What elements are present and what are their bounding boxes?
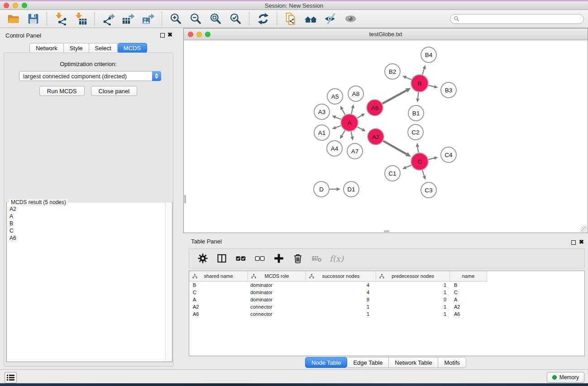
node-B4[interactable]: B4 bbox=[421, 47, 436, 62]
network-canvas[interactable]: B4B2BB3A5A8A6A3AB1A1A2C2A4A7CC4C1C3DD1 bbox=[184, 41, 587, 232]
minimize-window-button[interactable] bbox=[13, 3, 18, 8]
import-network-button[interactable] bbox=[52, 11, 69, 27]
edge-C-C3[interactable] bbox=[422, 170, 424, 176]
node-A7[interactable]: A7 bbox=[347, 143, 363, 159]
close-network-button[interactable] bbox=[188, 32, 193, 37]
export-image-button[interactable] bbox=[139, 11, 157, 27]
zoom-window-button[interactable] bbox=[22, 3, 27, 8]
table-row[interactable]: Adominator80A bbox=[189, 296, 584, 303]
edge-B-B4[interactable] bbox=[422, 69, 424, 75]
deselect-all-button[interactable] bbox=[253, 251, 267, 266]
node-C4[interactable]: C4 bbox=[441, 147, 456, 162]
table-row[interactable]: Cdominator41C bbox=[189, 289, 584, 296]
export-table-button[interactable] bbox=[120, 11, 137, 27]
tab-select[interactable]: Select bbox=[89, 43, 118, 53]
node-A[interactable]: A bbox=[341, 114, 358, 131]
close-panel-icon[interactable]: ✖ bbox=[167, 32, 172, 38]
node-A6[interactable]: A6 bbox=[367, 100, 383, 116]
tab-network-table[interactable]: Network Table bbox=[389, 357, 438, 368]
table-row[interactable]: Bdominator41B bbox=[189, 281, 584, 289]
node-C1[interactable]: C1 bbox=[385, 166, 400, 181]
first-neighbors-button[interactable] bbox=[302, 11, 319, 27]
save-session-button[interactable] bbox=[24, 11, 42, 27]
delete-table-button[interactable] bbox=[310, 251, 324, 266]
import-table-button[interactable] bbox=[72, 11, 89, 27]
column-header-successor-nodes[interactable]: successor nodes bbox=[306, 271, 376, 281]
column-browser-button[interactable] bbox=[215, 251, 229, 266]
node-A2[interactable]: A2 bbox=[368, 129, 384, 145]
node-A1[interactable]: A1 bbox=[314, 125, 330, 140]
select-all-button[interactable] bbox=[234, 251, 248, 266]
edge-A2-C[interactable] bbox=[383, 141, 407, 154]
float-table-panel-icon[interactable] bbox=[571, 240, 576, 245]
node-B[interactable]: B bbox=[411, 75, 428, 92]
mcds-result-item[interactable]: C bbox=[8, 227, 165, 234]
memory-button[interactable]: Memory bbox=[547, 372, 584, 383]
edge-B-B3[interactable] bbox=[428, 86, 434, 87]
tab-edge-table[interactable]: Edge Table bbox=[347, 357, 389, 368]
run-mcds-button[interactable]: Run MCDS bbox=[39, 86, 85, 96]
tab-style[interactable]: Style bbox=[64, 43, 89, 53]
edge-A-A6[interactable] bbox=[357, 115, 362, 118]
zoom-fit-button[interactable] bbox=[207, 11, 224, 27]
node-C3[interactable]: C3 bbox=[421, 182, 436, 198]
horizontal-scroll-thumb[interactable] bbox=[384, 230, 389, 232]
node-C[interactable]: C bbox=[411, 153, 428, 170]
close-panel-button[interactable]: Close panel bbox=[91, 86, 138, 96]
show-all-button[interactable] bbox=[342, 11, 359, 27]
table-settings-button[interactable] bbox=[196, 251, 210, 266]
search-input[interactable] bbox=[459, 15, 580, 23]
node-A3[interactable]: A3 bbox=[314, 104, 330, 119]
edge-A-A8[interactable] bbox=[351, 108, 353, 114]
edge-A-A1[interactable] bbox=[336, 126, 341, 128]
node-D[interactable]: D bbox=[314, 181, 329, 197]
optimization-criterion-select[interactable]: largest connected component (directed) bbox=[19, 71, 161, 81]
column-header-shared-name[interactable]: shared name bbox=[189, 271, 248, 281]
refresh-layout-button[interactable] bbox=[254, 11, 272, 27]
tab-mcds[interactable]: MCDS bbox=[118, 43, 147, 53]
task-history-button[interactable] bbox=[5, 372, 17, 383]
tab-motifs[interactable]: Motifs bbox=[438, 357, 466, 368]
edge-A-A4[interactable] bbox=[342, 130, 345, 136]
node-C2[interactable]: C2 bbox=[408, 124, 423, 140]
mcds-result-item[interactable]: A6 bbox=[8, 234, 165, 242]
resize-grip-icon[interactable] bbox=[581, 226, 587, 232]
minimize-network-button[interactable] bbox=[196, 32, 202, 37]
column-header-MCDS-role[interactable]: MCDS role bbox=[248, 271, 306, 281]
zoom-network-button[interactable] bbox=[205, 32, 210, 37]
edge-B-B2[interactable] bbox=[406, 77, 411, 80]
edge-A-A7[interactable] bbox=[351, 132, 352, 137]
tab-network[interactable]: Network bbox=[29, 43, 64, 53]
add-column-button[interactable] bbox=[272, 251, 286, 266]
edge-B-B1[interactable] bbox=[418, 92, 419, 99]
new-network-button[interactable] bbox=[282, 11, 299, 27]
column-header-name[interactable]: name bbox=[450, 271, 487, 281]
column-header-predecessor-nodes[interactable]: predecessor nodes bbox=[376, 271, 450, 281]
export-network-button[interactable] bbox=[100, 11, 117, 27]
node-B3[interactable]: B3 bbox=[441, 82, 456, 98]
node-D1[interactable]: D1 bbox=[344, 181, 359, 197]
edge-C-C2[interactable] bbox=[417, 147, 418, 152]
edge-A-A3[interactable] bbox=[335, 117, 341, 119]
vertical-scroll-thumb[interactable] bbox=[184, 195, 186, 203]
open-file-button[interactable] bbox=[5, 11, 22, 27]
node-B2[interactable]: B2 bbox=[385, 64, 400, 79]
function-builder-button[interactable]: f(x) bbox=[330, 254, 344, 263]
node-A5[interactable]: A5 bbox=[327, 89, 343, 104]
edge-C-C4[interactable] bbox=[428, 158, 434, 159]
mcds-result-item[interactable]: A2 bbox=[8, 205, 165, 213]
edge-C-C1[interactable] bbox=[406, 165, 411, 167]
edge-A6-B[interactable] bbox=[382, 91, 406, 104]
float-panel-icon[interactable] bbox=[160, 33, 165, 38]
tab-node-table[interactable]: Node Table bbox=[305, 357, 348, 368]
close-table-panel-icon[interactable]: ✖ bbox=[579, 239, 584, 245]
node-A4[interactable]: A4 bbox=[327, 141, 342, 156]
mcds-result-item[interactable]: B bbox=[8, 220, 165, 227]
node-A8[interactable]: A8 bbox=[348, 86, 363, 101]
edge-A-A5[interactable] bbox=[342, 109, 345, 114]
zoom-out-button[interactable] bbox=[187, 11, 204, 27]
node-B1[interactable]: B1 bbox=[408, 105, 424, 121]
mcds-result-item[interactable]: A bbox=[8, 213, 165, 220]
delete-column-button[interactable] bbox=[291, 251, 305, 266]
mcds-list-scrollbar[interactable] bbox=[165, 203, 172, 361]
